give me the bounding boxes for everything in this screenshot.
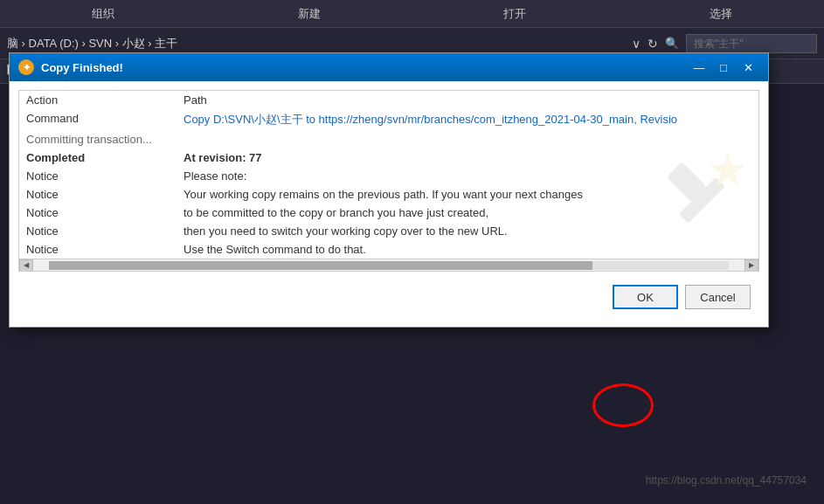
dialog-titlebar: ✦ Copy Finished! — □ ✕ [10,53,768,81]
table-row: Action Path [19,91,758,109]
cancel-button[interactable]: Cancel [685,285,751,309]
table-row: Notice Use the Switch command to do that… [19,240,758,259]
table-row: Committing transaction... [19,130,758,148]
table-row: Notice Please note: [19,167,758,185]
dialog-icon: ✦ [18,59,34,75]
scrollbar-thumb[interactable] [49,261,592,270]
action-notice-4: Notice [19,222,177,240]
maximize-button[interactable]: □ [712,59,735,76]
action-notice-5: Notice [19,240,177,259]
action-notice-1: Notice [19,167,177,185]
result-table: Action Path Command Copy D:\SVN\小赵\主干 to… [19,91,758,259]
dialog-controls: — □ ✕ [688,59,759,76]
minimize-button[interactable]: — [688,59,710,76]
toolbar-new[interactable]: 新建 [280,6,338,22]
toolbar-select[interactable]: 选择 [692,6,750,22]
path-notice-1: Please note: [177,167,758,185]
ok-button[interactable]: OK [613,285,678,309]
path-header: Path [177,91,758,109]
address-path: 脑 › DATA (D:) › SVN › 小赵 › 主干 [7,36,625,52]
table-row: Notice Your working copy remains on the … [19,185,758,204]
copy-finished-dialog: ✦ Copy Finished! — □ ✕ [9,52,769,328]
action-notice-3: Notice [19,204,177,222]
scroll-left-arrow[interactable]: ◀ [19,259,33,272]
action-header: Action [19,91,177,109]
search-input[interactable] [686,34,817,53]
address-right: ∨ ↻ 🔍 [632,34,817,53]
action-notice-2: Notice [19,185,177,204]
table-row: Notice then you need to switch your work… [19,222,758,240]
path-notice-2: Your working copy remains on the previou… [177,185,758,204]
scrollbar-track[interactable] [49,261,729,270]
close-button[interactable]: ✕ [737,59,759,76]
path-notice-5: Use the Switch command to do that. [177,240,758,259]
refresh-icon[interactable]: ↻ [647,37,658,51]
action-completed: Completed [19,148,177,167]
path-notice-4: then you need to switch your working cop… [177,222,758,240]
dialog-content: Action Path Command Copy D:\SVN\小赵\主干 to… [10,81,768,327]
scroll-right-arrow[interactable]: ▶ [744,259,758,272]
action-committing: Committing transaction... [19,130,758,148]
dialog-title: Copy Finished! [41,61,681,74]
horizontal-scrollbar[interactable]: ◀ ▶ [19,259,758,271]
path-command: Copy D:\SVN\小赵\主干 to https://zheng/svn/m… [177,109,758,130]
action-command: Command [19,109,177,130]
toolbar-organize[interactable]: 组织 [74,6,132,22]
result-table-container: Action Path Command Copy D:\SVN\小赵\主干 to… [18,90,759,272]
dialog-footer: OK Cancel [18,280,759,318]
toolbar-open[interactable]: 打开 [486,6,544,22]
table-row: Completed At revision: 77 [19,148,758,167]
table-row: Command Copy D:\SVN\小赵\主干 to https://zhe… [19,109,758,130]
dropdown-icon[interactable]: ∨ [632,37,641,51]
path-notice-3: to be committed to the copy or branch yo… [177,204,758,222]
search-icon: 🔍 [665,37,679,50]
table-inner: Action Path Command Copy D:\SVN\小赵\主干 to… [19,91,758,259]
watermark-url: https://blog.csdn.net/qq_44757034 [646,474,807,487]
explorer-toolbar: 组织 新建 打开 选择 [0,0,824,28]
table-row: Notice to be committed to the copy or br… [19,204,758,222]
path-completed: At revision: 77 [177,148,758,167]
